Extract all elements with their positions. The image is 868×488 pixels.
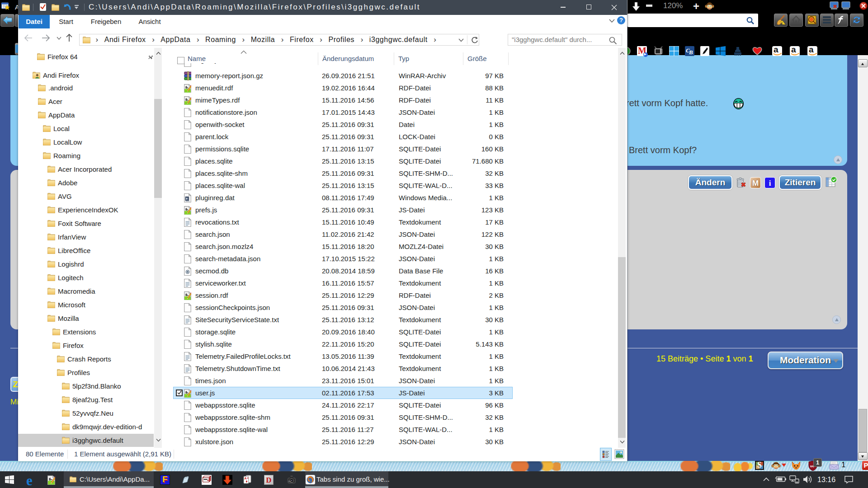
svg-text:!: ! <box>781 21 783 26</box>
svg-text:ion: ion <box>288 480 292 483</box>
svg-text:A: A <box>245 477 247 480</box>
